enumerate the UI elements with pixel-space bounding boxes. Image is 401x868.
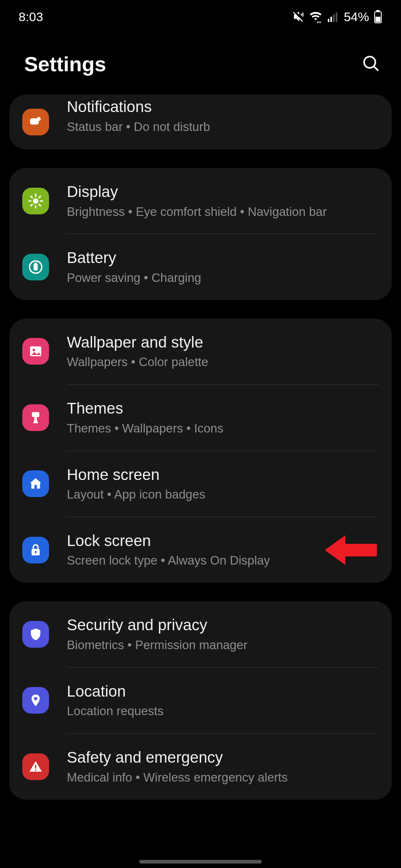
svg-line-20 bbox=[31, 196, 32, 198]
svg-point-15 bbox=[33, 198, 39, 204]
row-body: ThemesThemes • Wallpapers • Icons bbox=[67, 399, 379, 436]
row-subtitle: Brightness • Eye comfort shield • Naviga… bbox=[67, 204, 379, 220]
status-bar: 8:03 54% bbox=[0, 0, 401, 33]
svg-rect-36 bbox=[35, 765, 36, 769]
svg-rect-29 bbox=[32, 412, 39, 417]
row-title: Themes bbox=[67, 399, 379, 418]
pin-icon bbox=[22, 687, 49, 714]
row-body: Safety and emergencyMedical info • Wirel… bbox=[67, 748, 379, 785]
image-icon bbox=[22, 338, 49, 365]
settings-row-homescreen[interactable]: Home screenLayout • App icon badges bbox=[9, 451, 392, 517]
row-title: Notifications bbox=[67, 97, 379, 117]
lock-icon bbox=[22, 537, 49, 563]
row-title: Battery bbox=[67, 248, 379, 268]
svg-marker-3 bbox=[319, 21, 321, 23]
bell-icon bbox=[22, 109, 49, 135]
svg-rect-5 bbox=[330, 17, 332, 22]
row-body: LocationLocation requests bbox=[67, 682, 379, 719]
svg-rect-7 bbox=[336, 13, 337, 22]
svg-line-22 bbox=[31, 204, 32, 206]
row-title: Display bbox=[67, 182, 379, 202]
settings-group: Wallpaper and styleWallpapers • Color pa… bbox=[9, 319, 392, 583]
settings-group: Security and privacyBiometrics • Permiss… bbox=[9, 601, 392, 799]
row-subtitle: Status bar • Do not disturb bbox=[67, 119, 379, 135]
settings-row-battery[interactable]: BatteryPower saving • Charging bbox=[9, 234, 392, 300]
alert-icon bbox=[22, 753, 49, 780]
row-body: DisplayBrightness • Eye comfort shield •… bbox=[67, 182, 379, 220]
nav-handle[interactable] bbox=[139, 860, 262, 864]
status-battery-text: 54% bbox=[344, 10, 369, 24]
row-title: Home screen bbox=[67, 465, 379, 485]
row-body: Security and privacyBiometrics • Permiss… bbox=[67, 615, 379, 653]
svg-rect-0 bbox=[301, 14, 302, 16]
settings-row-themes[interactable]: ThemesThemes • Wallpapers • Icons bbox=[9, 385, 392, 450]
sun-icon bbox=[22, 188, 49, 214]
row-subtitle: Medical info • Wireless emergency alerts bbox=[67, 770, 379, 786]
signal-icon bbox=[327, 10, 339, 23]
svg-rect-6 bbox=[333, 14, 335, 22]
row-subtitle: Layout • App icon badges bbox=[67, 487, 379, 503]
status-time: 8:03 bbox=[19, 10, 43, 24]
row-title: Lock screen bbox=[67, 531, 379, 551]
header: Settings bbox=[0, 33, 401, 98]
search-icon bbox=[361, 54, 381, 73]
svg-rect-10 bbox=[375, 17, 381, 22]
svg-line-12 bbox=[374, 66, 378, 70]
brush-icon bbox=[22, 404, 49, 431]
svg-rect-26 bbox=[35, 263, 36, 265]
row-subtitle: Themes • Wallpapers • Icons bbox=[67, 421, 379, 437]
shield-icon bbox=[22, 621, 49, 648]
row-subtitle: Location requests bbox=[67, 703, 379, 719]
settings-row-security[interactable]: Security and privacyBiometrics • Permiss… bbox=[9, 601, 392, 667]
settings-group: NotificationsStatus bar • Do not disturb bbox=[9, 95, 392, 149]
home-icon bbox=[22, 470, 49, 497]
svg-point-35 bbox=[34, 697, 38, 700]
row-subtitle: Power saving • Charging bbox=[67, 270, 379, 286]
settings-row-lockscreen[interactable]: Lock screenScreen lock type • Always On … bbox=[9, 517, 392, 583]
row-body: Lock screenScreen lock type • Always On … bbox=[67, 531, 379, 569]
row-subtitle: Biometrics • Permission manager bbox=[67, 637, 379, 653]
svg-rect-1 bbox=[302, 13, 303, 17]
battery-icon bbox=[22, 254, 49, 280]
page-title: Settings bbox=[24, 52, 106, 76]
svg-rect-37 bbox=[35, 769, 36, 770]
settings-row-notifications[interactable]: NotificationsStatus bar • Do not disturb bbox=[9, 95, 392, 149]
status-right: 54% bbox=[292, 10, 382, 24]
row-subtitle: Screen lock type • Always On Display bbox=[67, 553, 379, 569]
row-subtitle: Wallpapers • Color palette bbox=[67, 354, 379, 370]
row-title: Safety and emergency bbox=[67, 748, 379, 767]
svg-line-23 bbox=[39, 196, 40, 198]
row-title: Location bbox=[67, 682, 379, 701]
battery-icon bbox=[374, 10, 382, 23]
svg-marker-2 bbox=[317, 21, 319, 23]
row-body: Home screenLayout • App icon badges bbox=[67, 465, 379, 503]
row-body: BatteryPower saving • Charging bbox=[67, 248, 379, 286]
settings-group: DisplayBrightness • Eye comfort shield •… bbox=[9, 168, 392, 300]
settings-row-wallpaper[interactable]: Wallpaper and styleWallpapers • Color pa… bbox=[9, 319, 392, 384]
settings-row-display[interactable]: DisplayBrightness • Eye comfort shield •… bbox=[9, 168, 392, 234]
settings-row-location[interactable]: LocationLocation requests bbox=[9, 668, 392, 733]
svg-rect-30 bbox=[35, 417, 37, 420]
row-body: Wallpaper and styleWallpapers • Color pa… bbox=[67, 333, 379, 370]
mute-icon bbox=[292, 10, 304, 23]
svg-rect-4 bbox=[328, 19, 329, 22]
svg-line-21 bbox=[39, 204, 40, 206]
wifi-icon bbox=[309, 10, 322, 23]
svg-rect-33 bbox=[35, 552, 36, 553]
row-title: Security and privacy bbox=[67, 615, 379, 635]
svg-point-14 bbox=[37, 117, 41, 121]
svg-point-28 bbox=[33, 349, 35, 352]
settings-row-safety[interactable]: Safety and emergencyMedical info • Wirel… bbox=[9, 734, 392, 799]
row-body: NotificationsStatus bar • Do not disturb bbox=[67, 109, 379, 135]
row-title: Wallpaper and style bbox=[67, 333, 379, 352]
svg-point-11 bbox=[364, 56, 375, 68]
search-button[interactable] bbox=[361, 54, 381, 75]
